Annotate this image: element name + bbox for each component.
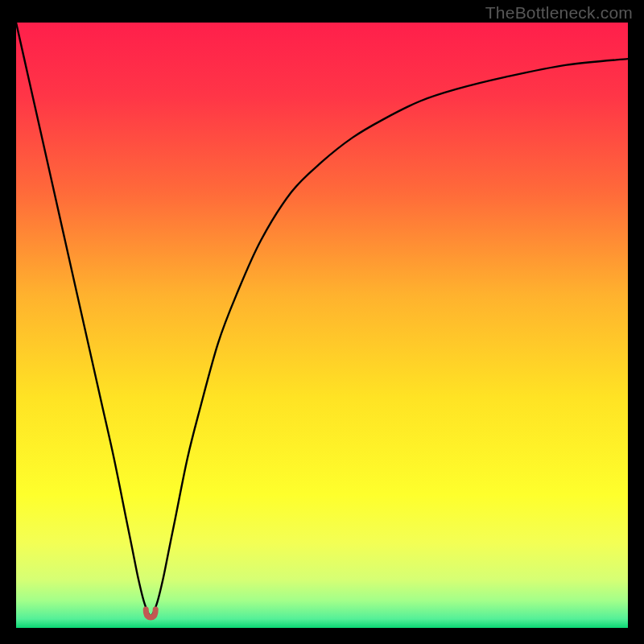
bottleneck-chart bbox=[0, 0, 644, 644]
gradient-background bbox=[16, 23, 628, 628]
watermark-text: TheBottleneck.com bbox=[485, 3, 633, 23]
chart-stage: TheBottleneck.com bbox=[0, 0, 644, 644]
